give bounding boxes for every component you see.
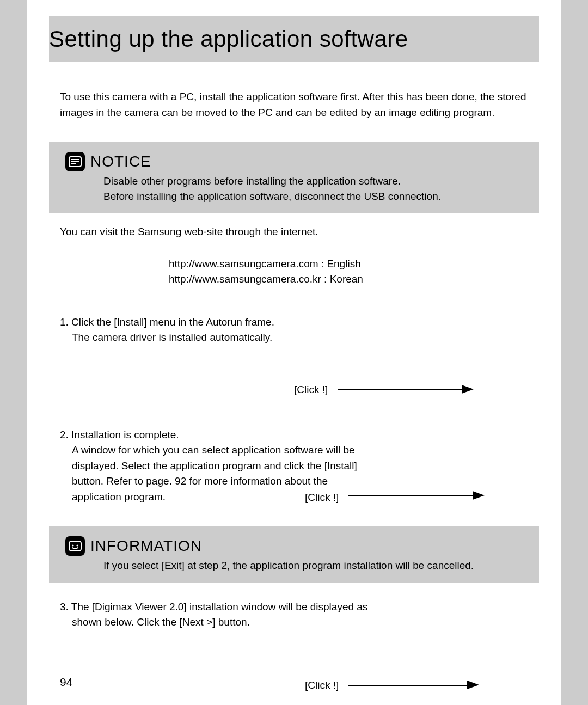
step-2-line-4: button. Refer to page. 92 for more infor… [72,474,539,489]
notice-line-2: Before installing the application softwa… [103,189,528,204]
step-3-line-2: shown below. Click the [Next >] button. [72,615,539,630]
step-2-line-2: A window for which you can select applic… [72,443,539,458]
website-intro: You can visit the Samsung web-site throu… [60,224,539,240]
page-number: 94 [60,676,72,689]
notice-line-1: Disable other programs before installing… [103,174,528,189]
document-outer: Setting up the application software To u… [0,0,588,705]
notice-icon [65,152,85,171]
information-icon [65,536,85,556]
arrow-head-icon [462,385,474,394]
intro-paragraph: To use this camera with a PC, install th… [60,89,528,120]
information-body: If you select [Exit] at step 2, the appl… [103,558,528,573]
arrow-line-1 [338,389,463,390]
click-label-2: [Click !] [305,490,339,506]
click-arrow-1: [Click !] [49,384,539,400]
step-2: 2. Installation is complete. A window fo… [60,427,539,505]
step-1-line-2: The camera driver is installed automatic… [72,330,539,346]
step-1: 1. Click the [Install] menu in the Autor… [60,315,539,346]
step-2-line-1: 2. Installation is complete. [60,427,539,443]
arrow-head-icon [467,681,479,689]
information-callout: INFORMATION If you select [Exit] at step… [49,526,539,583]
step-3: 3. The [Digimax Viewer 2.0] installation… [60,599,539,630]
notice-header: NOTICE [65,152,528,171]
link-korean: http://www.samsungcamera.co.kr : Korean [169,272,539,287]
click-arrow-3: [Click !] [49,679,539,696]
notice-heading: NOTICE [90,153,151,170]
click-label-3: [Click !] [305,679,339,691]
information-heading: INFORMATION [90,537,202,555]
document-page: Setting up the application software To u… [27,0,561,705]
svg-point-6 [76,544,78,546]
step-3-line-1: 3. The [Digimax Viewer 2.0] installation… [60,599,539,615]
step-1-line-1: 1. Click the [Install] menu in the Autor… [60,315,539,330]
svg-point-5 [72,544,74,546]
arrow-line-3 [348,685,468,686]
notice-body: Disable other programs before installing… [103,174,528,204]
title-bar: Setting up the application software [49,16,539,62]
notice-callout: NOTICE Disable other programs before ins… [49,142,539,213]
click-label-1: [Click !] [294,384,328,396]
arrow-head-icon [473,491,485,500]
click-arrow-2: [Click !] [305,490,539,506]
page-title: Setting up the application software [49,26,528,52]
svg-rect-4 [69,541,81,551]
site-links: http://www.samsungcamera.com : English h… [169,256,539,287]
information-header: INFORMATION [65,536,528,556]
link-english: http://www.samsungcamera.com : English [169,256,539,272]
arrow-line-2 [348,495,474,496]
step-2-line-3: displayed. Select the application progra… [72,458,539,474]
